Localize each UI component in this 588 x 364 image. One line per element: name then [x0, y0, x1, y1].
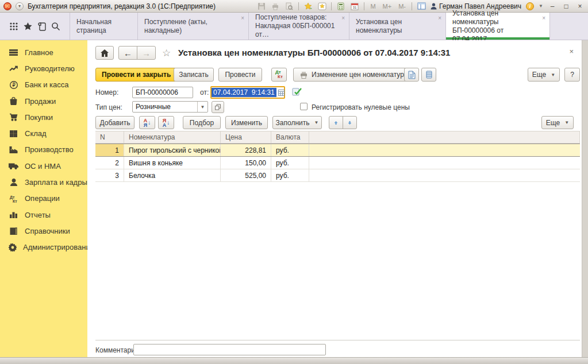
chevron-down-icon: ▼	[314, 120, 319, 125]
attached-files-button[interactable]	[404, 68, 419, 82]
svg-text:31: 31	[353, 6, 357, 9]
document-register-button[interactable]	[421, 68, 436, 82]
move-row-down-button[interactable]	[343, 116, 357, 129]
sidebar-item-sales[interactable]: Продажи	[0, 93, 87, 109]
printer-icon	[299, 71, 308, 79]
bar-chart-icon	[9, 211, 18, 218]
close-window-button[interactable]: ×	[575, 2, 585, 10]
document-icon	[408, 71, 416, 79]
forward-button[interactable]: →	[137, 46, 156, 60]
move-row-up-button[interactable]	[329, 116, 343, 129]
book-icon	[9, 227, 18, 235]
favorites-list-icon[interactable]	[317, 2, 326, 11]
save-icon[interactable]	[257, 2, 266, 11]
calendar-picker-icon[interactable]	[278, 90, 285, 96]
sidebar-item-reports[interactable]: Отчеты	[0, 207, 87, 223]
calendar-icon[interactable]: 31	[350, 2, 359, 11]
tab-goods-receipt[interactable]: Поступление товаров: Накладная 00БП-0000…	[249, 13, 349, 40]
pick-button[interactable]: Подбор	[183, 116, 221, 129]
memory-minus-button[interactable]: M-	[397, 3, 407, 10]
tab-bar: Начальная страница Поступление (акты, на…	[0, 13, 588, 40]
col-header-price[interactable]: Цена	[221, 131, 271, 143]
sidebar-item-operations[interactable]: ДтКт Операции	[0, 191, 87, 207]
save-button[interactable]: Записать	[174, 68, 214, 82]
maximize-button[interactable]: □	[562, 2, 571, 10]
print-icon[interactable]	[271, 2, 280, 11]
sidebar-item-warehouse[interactable]: Склад	[0, 125, 87, 141]
post-and-close-button[interactable]: Провести и закрыть	[95, 68, 177, 82]
close-icon[interactable]: ×	[542, 16, 545, 21]
split-window-icon[interactable]	[417, 2, 426, 11]
table-more-button[interactable]: Еще▼	[541, 116, 574, 129]
sidebar-item-production[interactable]: Производство	[0, 142, 87, 158]
arrow-down-icon	[348, 119, 351, 126]
main-menu-icon[interactable]	[9, 22, 18, 31]
sort-ascending-button[interactable]: АЯ↓	[139, 116, 155, 129]
sidebar-item-main[interactable]: Главное	[0, 44, 87, 60]
tab-price-setting-document[interactable]: Установка цен номенклатуры БП-00000006 о…	[446, 13, 550, 40]
favorite-star-icon[interactable]: ☆	[162, 47, 171, 59]
sidebar-item-purchases[interactable]: Покупки	[0, 109, 87, 125]
home-button[interactable]	[95, 46, 114, 60]
help-button[interactable]: ?	[564, 68, 580, 82]
search-icon[interactable]	[51, 22, 60, 31]
tab-receipts[interactable]: Поступление (акты, накладные) ×	[138, 13, 249, 40]
sidebar-item-directories[interactable]: Справочники	[0, 223, 87, 239]
price-type-select[interactable]: Розничные ▼	[132, 101, 208, 113]
tab-home[interactable]: Начальная страница	[70, 13, 138, 40]
chevron-down-icon: ▼	[564, 120, 569, 125]
sidebar-item-manager[interactable]: Руководителю	[0, 60, 87, 76]
sidebar-item-bank-cash[interactable]: ₽ Банк и касса	[0, 77, 87, 93]
close-icon[interactable]: ×	[438, 16, 441, 21]
edit-button[interactable]: Изменить	[225, 116, 268, 129]
chevron-down-icon[interactable]: ▼	[197, 102, 207, 112]
show-postings-button[interactable]: ДтКт	[271, 68, 287, 82]
close-form-button[interactable]: ×	[569, 47, 574, 56]
list-stack-icon	[426, 71, 432, 79]
register-zero-prices-checkbox[interactable]	[300, 103, 308, 110]
comment-input[interactable]	[133, 344, 326, 355]
memory-plus-button[interactable]: M+	[382, 3, 393, 10]
fill-button[interactable]: Заполнить▼	[272, 116, 322, 129]
chevron-down-icon: ▼	[551, 72, 555, 78]
col-header-nomenclature[interactable]: Номенклатура	[124, 131, 221, 143]
user-icon	[431, 3, 437, 10]
minimize-button[interactable]: –	[548, 2, 557, 10]
close-icon[interactable]: ×	[241, 16, 244, 21]
post-button[interactable]: Провести	[218, 68, 262, 82]
sort-descending-button[interactable]: ЯА↓	[158, 116, 174, 129]
change-prices-print-button[interactable]: Изменение цен номенклатуры	[293, 68, 416, 82]
history-icon[interactable]	[38, 22, 47, 31]
preview-icon[interactable]	[285, 2, 294, 11]
back-button[interactable]: ←	[118, 46, 137, 60]
date-input[interactable]: 07.04.2017 9:14:31	[210, 86, 285, 99]
memory-recall-button[interactable]: M	[369, 3, 376, 10]
sidebar-item-administration[interactable]: Администрирование	[0, 239, 87, 255]
table-row[interactable]: 3 Белочка 525,00 руб.	[95, 169, 580, 182]
shopping-cart-icon	[9, 113, 18, 121]
home-icon	[101, 49, 109, 57]
titlebar-separator	[364, 2, 364, 10]
titlebar-separator	[331, 2, 332, 10]
table-row[interactable]: 2 Вишня в коньяке 150,00 руб.	[95, 157, 580, 169]
close-icon[interactable]: ×	[341, 16, 345, 21]
window-bottom-strip	[0, 357, 588, 364]
sidebar-item-fixed-assets[interactable]: ОС и НМА	[0, 158, 87, 174]
tab-price-setting-list[interactable]: Установка цен номенклатуры ×	[349, 13, 446, 40]
col-header-n[interactable]: N	[95, 131, 124, 143]
chevron-down-icon[interactable]: ▼	[539, 3, 543, 9]
items-table: N Номенклатура Цена Валюта 1 Пирог тирол…	[95, 131, 580, 182]
table-row[interactable]: 1 Пирог тирольский с черникой 228,81 руб…	[95, 144, 580, 157]
col-header-currency[interactable]: Валюта	[271, 131, 309, 143]
add-favorite-icon[interactable]	[303, 2, 313, 11]
trend-chart-icon	[9, 65, 18, 72]
add-row-button[interactable]: Добавить	[95, 116, 134, 129]
sort-asc-icon: АЯ↓	[144, 118, 151, 127]
form-more-button[interactable]: Еще▼	[528, 68, 560, 82]
sidebar-item-payroll-hr[interactable]: Зарплата и кадры	[0, 174, 87, 190]
favorites-icon[interactable]	[23, 22, 33, 31]
calculator-icon[interactable]	[336, 2, 345, 11]
number-input[interactable]: БП-00000006	[132, 87, 193, 98]
system-menu-button[interactable]: ▾	[16, 2, 24, 10]
open-price-type-button[interactable]	[212, 101, 224, 113]
